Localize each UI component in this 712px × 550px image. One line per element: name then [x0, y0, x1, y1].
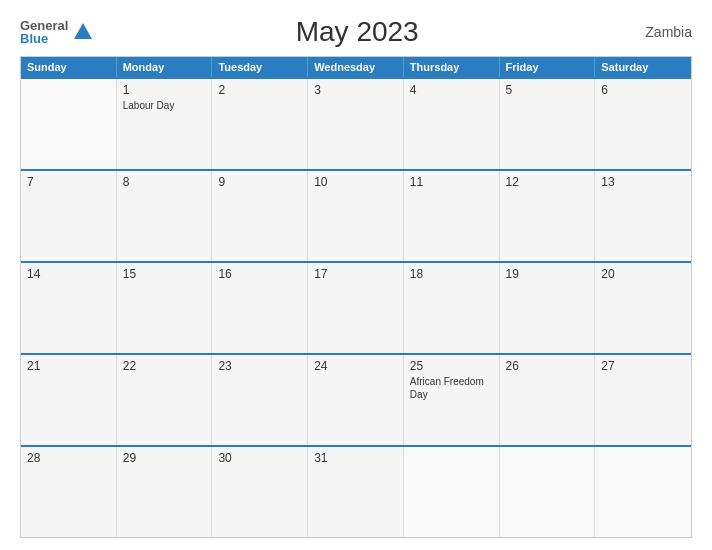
calendar-cell: 31 [308, 447, 404, 537]
calendar-cell: 28 [21, 447, 117, 537]
calendar-cell: 25 African Freedom Day [404, 355, 500, 445]
day-number: 13 [601, 175, 685, 189]
day-number: 27 [601, 359, 685, 373]
col-tuesday: Tuesday [212, 57, 308, 77]
day-number: 28 [27, 451, 110, 465]
day-number: 21 [27, 359, 110, 373]
day-number: 24 [314, 359, 397, 373]
day-number: 18 [410, 267, 493, 281]
calendar-cell: 7 [21, 171, 117, 261]
calendar-cell: 8 [117, 171, 213, 261]
calendar-cell: 21 [21, 355, 117, 445]
logo-blue: Blue [20, 32, 68, 45]
calendar-cell: 24 [308, 355, 404, 445]
calendar-cell [500, 447, 596, 537]
day-number: 7 [27, 175, 110, 189]
day-number: 16 [218, 267, 301, 281]
day-number: 9 [218, 175, 301, 189]
logo-triangle-icon [74, 23, 92, 39]
calendar-cell: 27 [595, 355, 691, 445]
day-number: 10 [314, 175, 397, 189]
day-number: 22 [123, 359, 206, 373]
calendar-cell: 3 [308, 79, 404, 169]
calendar-cell: 13 [595, 171, 691, 261]
calendar-cell: 26 [500, 355, 596, 445]
col-friday: Friday [500, 57, 596, 77]
day-number: 8 [123, 175, 206, 189]
day-number: 31 [314, 451, 397, 465]
calendar-cell: 4 [404, 79, 500, 169]
day-number: 19 [506, 267, 589, 281]
day-number: 25 [410, 359, 493, 373]
day-number: 11 [410, 175, 493, 189]
calendar-cell: 9 [212, 171, 308, 261]
col-sunday: Sunday [21, 57, 117, 77]
calendar-cell: 2 [212, 79, 308, 169]
calendar-cell: 15 [117, 263, 213, 353]
col-saturday: Saturday [595, 57, 691, 77]
calendar-cell [595, 447, 691, 537]
calendar-header: Sunday Monday Tuesday Wednesday Thursday… [21, 57, 691, 77]
week-row: 14 15 16 17 18 19 20 [21, 261, 691, 353]
calendar-cell: 10 [308, 171, 404, 261]
calendar-cell: 30 [212, 447, 308, 537]
calendar-cell: 29 [117, 447, 213, 537]
calendar-cell: 14 [21, 263, 117, 353]
day-number: 17 [314, 267, 397, 281]
calendar-cell: 16 [212, 263, 308, 353]
page-header: General Blue May 2023 Zambia [20, 16, 692, 48]
day-number: 3 [314, 83, 397, 97]
calendar-cell: 19 [500, 263, 596, 353]
day-number: 29 [123, 451, 206, 465]
day-number: 14 [27, 267, 110, 281]
day-number: 12 [506, 175, 589, 189]
calendar-cell: 22 [117, 355, 213, 445]
week-row: 28 29 30 31 [21, 445, 691, 537]
calendar-cell [404, 447, 500, 537]
calendar-cell: 11 [404, 171, 500, 261]
week-row: 21 22 23 24 25 African Freedom Day 26 [21, 353, 691, 445]
week-row: 7 8 9 10 11 12 13 [21, 169, 691, 261]
page-title: May 2023 [92, 16, 622, 48]
holiday-label: African Freedom Day [410, 375, 493, 401]
calendar-cell: 17 [308, 263, 404, 353]
day-number: 30 [218, 451, 301, 465]
holiday-label: Labour Day [123, 99, 206, 112]
day-number: 5 [506, 83, 589, 97]
calendar-cell: 18 [404, 263, 500, 353]
calendar-cell: 6 [595, 79, 691, 169]
calendar-grid: Sunday Monday Tuesday Wednesday Thursday… [20, 56, 692, 538]
day-number: 20 [601, 267, 685, 281]
calendar-body: 1 Labour Day 2 3 4 5 6 [21, 77, 691, 537]
day-number: 15 [123, 267, 206, 281]
day-number: 2 [218, 83, 301, 97]
logo: General Blue [20, 19, 92, 45]
day-number: 26 [506, 359, 589, 373]
country-label: Zambia [622, 24, 692, 40]
day-number: 4 [410, 83, 493, 97]
calendar-cell: 1 Labour Day [117, 79, 213, 169]
day-number: 1 [123, 83, 206, 97]
col-wednesday: Wednesday [308, 57, 404, 77]
calendar-cell [21, 79, 117, 169]
col-thursday: Thursday [404, 57, 500, 77]
day-number: 23 [218, 359, 301, 373]
week-row: 1 Labour Day 2 3 4 5 6 [21, 77, 691, 169]
calendar-page: General Blue May 2023 Zambia Sunday Mond… [0, 0, 712, 550]
col-monday: Monday [117, 57, 213, 77]
day-number: 6 [601, 83, 685, 97]
calendar-cell: 23 [212, 355, 308, 445]
calendar-cell: 5 [500, 79, 596, 169]
calendar-cell: 20 [595, 263, 691, 353]
calendar-cell: 12 [500, 171, 596, 261]
